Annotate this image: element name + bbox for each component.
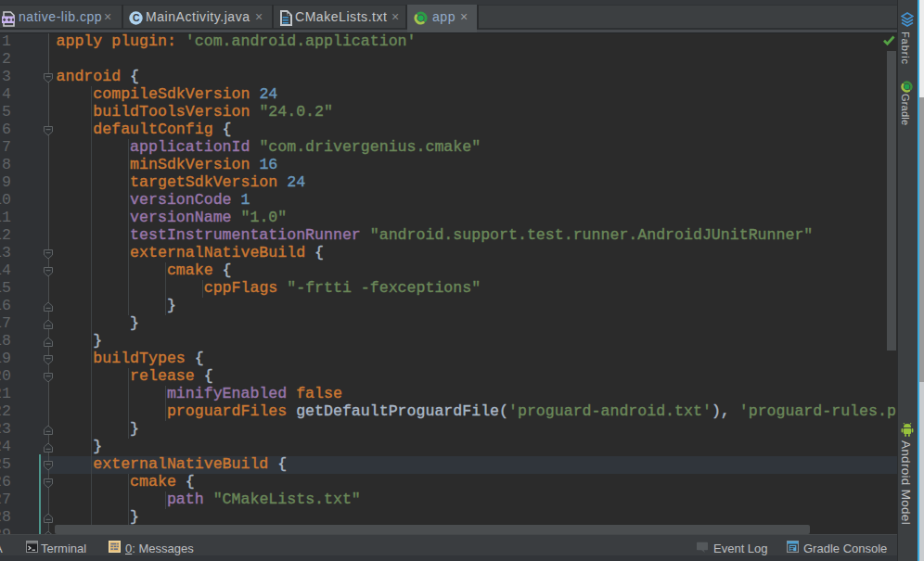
- svg-text:C: C: [133, 12, 140, 23]
